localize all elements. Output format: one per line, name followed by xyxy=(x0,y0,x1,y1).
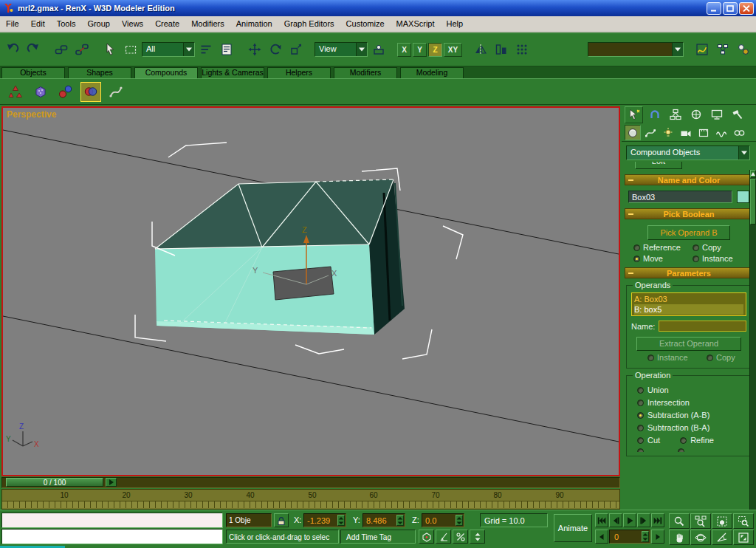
boolean-button[interactable] xyxy=(80,82,101,102)
spacewarps-category-button[interactable] xyxy=(713,125,729,140)
geometry-category-button[interactable] xyxy=(625,125,641,140)
operand-a-item[interactable]: A: Box03 xyxy=(634,294,743,304)
radio-cut-refine[interactable]: Cut Refine xyxy=(637,436,748,445)
menu-views[interactable]: Views xyxy=(116,16,149,32)
radio-subtraction-ab[interactable]: Subtraction (A-B) xyxy=(637,411,748,419)
operand-b-item[interactable]: B: box5 xyxy=(634,304,743,315)
loft-type-button[interactable]: Loft xyxy=(635,162,682,169)
key-forward-button[interactable] xyxy=(651,530,664,544)
radio-intersection[interactable]: Intersection xyxy=(637,398,748,407)
box-object[interactable] xyxy=(155,179,405,335)
object-category-dropdown[interactable]: Compound Objects xyxy=(626,145,750,160)
previous-frame-button[interactable] xyxy=(609,513,622,527)
undo-button[interactable] xyxy=(3,39,22,60)
selection-region-button[interactable] xyxy=(121,39,140,60)
select-object-button[interactable] xyxy=(100,39,120,60)
spinner-icon[interactable] xyxy=(396,515,404,526)
tab-shapes[interactable]: Shapes xyxy=(68,67,131,78)
selection-lock-button[interactable] xyxy=(274,513,289,527)
maximize-button[interactable] xyxy=(723,2,738,15)
tab-helpers[interactable]: Helpers xyxy=(267,67,331,78)
menu-file[interactable]: File xyxy=(0,16,25,32)
time-slider-thumb[interactable]: 0 / 100 xyxy=(6,478,103,487)
arc-rotate-button[interactable] xyxy=(690,530,711,545)
scrollbar-thumb[interactable] xyxy=(750,179,756,225)
named-selection-dropdown[interactable] xyxy=(588,42,684,57)
tab-objects[interactable]: Objects xyxy=(1,67,65,78)
maxscript-listener-top[interactable] xyxy=(1,513,223,528)
select-and-rotate-button[interactable] xyxy=(266,39,285,60)
menu-customize[interactable]: Customize xyxy=(340,16,391,32)
trackbar-ruler[interactable] xyxy=(2,501,619,508)
unlink-selection-button[interactable] xyxy=(72,39,92,60)
tab-modeling[interactable]: Modeling xyxy=(400,67,464,78)
animate-button[interactable]: Animate xyxy=(554,514,592,542)
radio-extract-instance[interactable]: Instance xyxy=(647,353,707,362)
menu-animation[interactable]: Animation xyxy=(230,16,278,32)
display-tab[interactable] xyxy=(707,106,726,123)
rollout-parameters[interactable]: Parameters xyxy=(625,267,753,278)
extract-operand-button[interactable]: Extract Operand xyxy=(636,337,741,351)
select-and-link-button[interactable] xyxy=(52,39,71,60)
loft-button[interactable] xyxy=(106,82,126,102)
spinner-icon[interactable] xyxy=(642,531,649,542)
rollout-name-and-color[interactable]: Name and Color xyxy=(625,174,753,185)
operands-list[interactable]: A: Box03 B: box5 xyxy=(631,292,746,316)
zoom-region-button[interactable] xyxy=(733,513,754,529)
radio-move[interactable]: Move xyxy=(633,254,693,263)
viewport-canvas[interactable]: Z X Y Z Y X xyxy=(3,108,619,475)
material-editor-button[interactable] xyxy=(734,39,753,60)
pick-operand-b-button[interactable]: Pick Operand B xyxy=(647,225,730,240)
use-pivot-point-button[interactable] xyxy=(369,39,388,60)
perspective-viewport[interactable]: Z X Y Z Y X Perspective xyxy=(1,106,620,476)
radio-reference[interactable]: Reference xyxy=(633,243,693,252)
tab-lights-cameras[interactable]: Lights & Cameras xyxy=(201,67,264,78)
axis-x-button[interactable]: X xyxy=(397,43,411,57)
array-button[interactable] xyxy=(512,39,532,60)
panel-scrollbar[interactable] xyxy=(749,170,756,510)
menu-group[interactable]: Group xyxy=(81,16,116,32)
select-by-name-button[interactable] xyxy=(217,39,236,60)
select-and-scale-button[interactable] xyxy=(286,39,306,60)
zoom-all-button[interactable] xyxy=(690,513,711,529)
lights-category-button[interactable] xyxy=(660,125,676,140)
go-to-end-button[interactable] xyxy=(651,513,664,527)
angle-snap-button[interactable] xyxy=(436,530,451,544)
viewport-label[interactable]: Perspective xyxy=(7,109,56,120)
object-color-swatch[interactable] xyxy=(737,191,749,203)
operand-name-field[interactable] xyxy=(659,321,746,332)
current-frame-field[interactable]: 0 xyxy=(609,530,650,544)
key-back-button[interactable] xyxy=(595,530,608,544)
schematic-view-button[interactable] xyxy=(713,39,732,60)
create-tab[interactable] xyxy=(625,106,643,123)
field-of-view-button[interactable] xyxy=(712,530,732,545)
radio-instance[interactable]: Instance xyxy=(693,254,752,263)
menu-tools[interactable]: Tools xyxy=(51,16,82,32)
spinner-icon[interactable] xyxy=(456,515,463,526)
modify-tab[interactable] xyxy=(645,106,664,123)
go-to-start-button[interactable] xyxy=(595,513,608,527)
menu-modifiers[interactable]: Modifiers xyxy=(185,16,230,32)
shapes-category-button[interactable] xyxy=(642,125,659,140)
mirror-button[interactable] xyxy=(471,39,490,60)
scrollbar-up-icon[interactable] xyxy=(750,170,756,178)
track-view-button[interactable] xyxy=(693,39,712,60)
radio-subtraction-ba[interactable]: Subtraction (B-A) xyxy=(637,423,748,432)
close-button[interactable] xyxy=(739,2,754,15)
pan-button[interactable] xyxy=(669,530,690,545)
object-name-field[interactable]: Box03 xyxy=(628,191,732,203)
hierarchy-tab[interactable] xyxy=(666,106,684,123)
select-and-move-button[interactable] xyxy=(245,39,264,60)
systems-category-button[interactable] xyxy=(731,125,747,140)
cameras-category-button[interactable] xyxy=(678,125,694,140)
menu-edit[interactable]: Edit xyxy=(25,16,51,32)
zoom-button[interactable] xyxy=(669,513,690,529)
select-filter-button[interactable] xyxy=(196,39,216,60)
z-coord-field[interactable]: 0.0 xyxy=(422,513,464,527)
radio-union[interactable]: Union xyxy=(637,386,748,394)
menu-graph-editors[interactable]: Graph Editors xyxy=(278,16,340,32)
axis-plane-button[interactable]: XY xyxy=(444,43,462,57)
menu-create[interactable]: Create xyxy=(149,16,185,32)
track-bar[interactable]: 10 20 30 40 50 60 70 80 90 xyxy=(1,489,620,510)
radio-extract-copy[interactable]: Copy xyxy=(707,353,745,362)
